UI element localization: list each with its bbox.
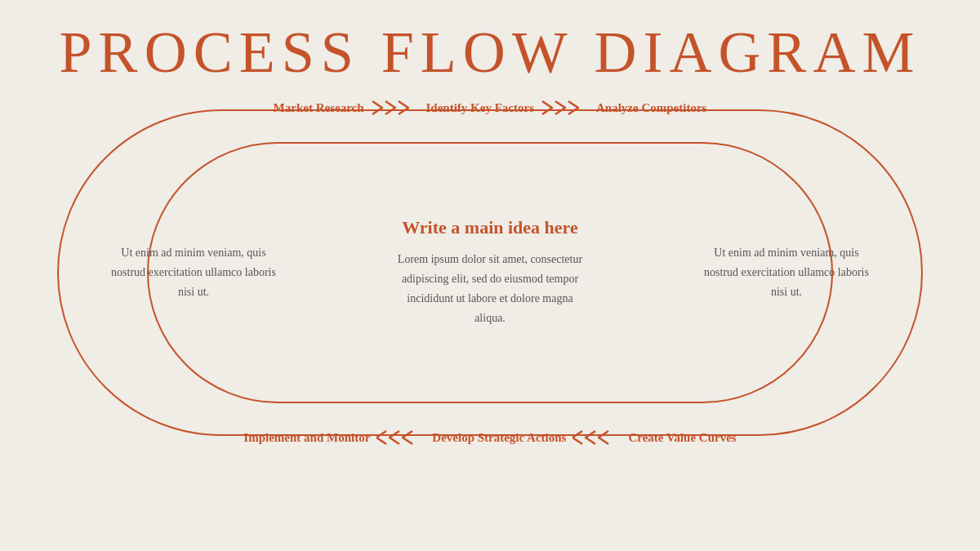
right-body-text: Ut enim ad minim veniam, quis nostrud ex… — [701, 243, 872, 301]
bottom-steps-row: Implement and Monitor Develop Strategic … — [237, 426, 742, 449]
center-content: Ut enim ad minim veniam, quis nostrud ex… — [59, 217, 921, 327]
top-step-3: Analyze Competitors — [590, 101, 713, 115]
page-title: PROCESS FLOW DIAGRAM — [60, 23, 921, 82]
top-arrow-2 — [541, 96, 590, 119]
top-step-1: Market Research — [267, 101, 371, 115]
bottom-step-3: Create Value Curves — [621, 431, 742, 445]
bottom-arrow-2 — [572, 426, 621, 449]
top-step-2: Identify Key Factors — [420, 101, 541, 115]
oval-track: Ut enim ad minim veniam, quis nostrud ex… — [57, 109, 923, 436]
top-arrow-1 — [371, 96, 420, 119]
main-content: Market Research Identify Key Factors Ana… — [41, 96, 939, 551]
bottom-step-1: Implement and Monitor — [237, 431, 376, 445]
top-steps-row: Market Research Identify Key Factors Ana… — [267, 96, 714, 119]
bottom-arrow-1 — [376, 426, 425, 449]
left-body-text: Ut enim ad minim veniam, quis nostrud ex… — [108, 243, 279, 301]
main-idea-heading: Write a main idea here — [402, 217, 578, 238]
center-body-text: Lorem ipsum dolor sit amet, consectetur … — [392, 250, 588, 327]
bottom-step-2: Develop Strategic Actions — [425, 431, 572, 445]
